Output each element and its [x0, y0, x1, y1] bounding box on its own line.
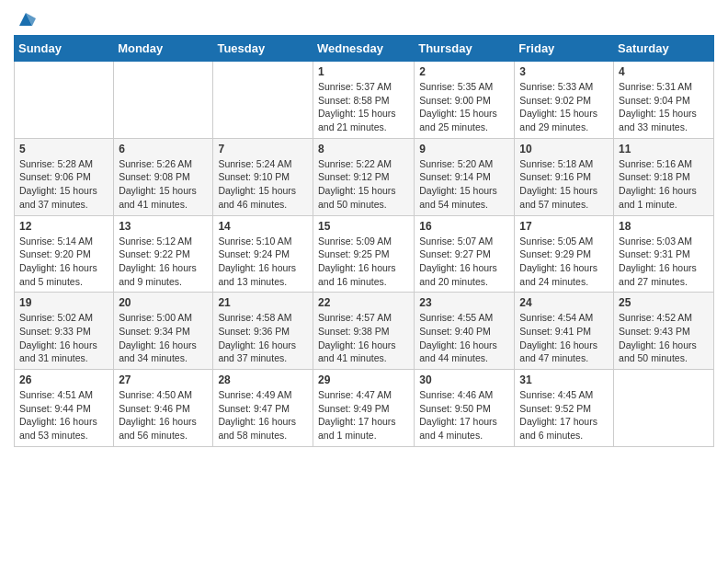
- logo-icon: [16, 9, 36, 29]
- day-number: 24: [519, 296, 609, 309]
- day-number: 3: [519, 65, 609, 78]
- calendar-day-5: 5Sunrise: 5:28 AM Sunset: 9:06 PM Daylig…: [15, 138, 114, 215]
- calendar-day-15: 15Sunrise: 5:09 AM Sunset: 9:25 PM Dayli…: [313, 215, 414, 293]
- calendar-empty-cell: [15, 62, 114, 139]
- calendar-week-row: 12Sunrise: 5:14 AM Sunset: 9:20 PM Dayli…: [15, 215, 714, 293]
- calendar-day-24: 24Sunrise: 4:54 AM Sunset: 9:41 PM Dayli…: [515, 293, 614, 370]
- day-number: 4: [619, 65, 709, 78]
- calendar-day-14: 14Sunrise: 5:10 AM Sunset: 9:24 PM Dayli…: [213, 215, 313, 293]
- day-number: 20: [119, 296, 208, 309]
- day-info: Sunrise: 5:28 AM Sunset: 9:06 PM Dayligh…: [19, 157, 108, 212]
- weekday-header-saturday: Saturday: [614, 36, 714, 62]
- day-info: Sunrise: 4:49 AM Sunset: 9:47 PM Dayligh…: [218, 388, 308, 442]
- day-number: 22: [318, 296, 409, 309]
- day-info: Sunrise: 4:50 AM Sunset: 9:46 PM Dayligh…: [119, 388, 208, 442]
- calendar-day-22: 22Sunrise: 4:57 AM Sunset: 9:38 PM Dayli…: [313, 293, 414, 370]
- calendar-day-8: 8Sunrise: 5:22 AM Sunset: 9:12 PM Daylig…: [313, 138, 414, 215]
- day-info: Sunrise: 4:55 AM Sunset: 9:40 PM Dayligh…: [419, 311, 509, 365]
- day-number: 21: [218, 296, 308, 309]
- calendar-day-26: 26Sunrise: 4:51 AM Sunset: 9:44 PM Dayli…: [15, 370, 114, 447]
- day-info: Sunrise: 5:33 AM Sunset: 9:02 PM Dayligh…: [519, 80, 609, 134]
- day-info: Sunrise: 4:57 AM Sunset: 9:38 PM Dayligh…: [318, 311, 409, 365]
- calendar-day-1: 1Sunrise: 5:37 AM Sunset: 8:58 PM Daylig…: [313, 62, 414, 139]
- day-number: 28: [218, 373, 308, 386]
- calendar-empty-cell: [614, 370, 714, 447]
- day-info: Sunrise: 5:00 AM Sunset: 9:34 PM Dayligh…: [119, 311, 208, 365]
- day-number: 7: [218, 143, 308, 155]
- day-info: Sunrise: 5:20 AM Sunset: 9:14 PM Dayligh…: [419, 157, 509, 212]
- calendar-day-29: 29Sunrise: 4:47 AM Sunset: 9:49 PM Dayli…: [313, 370, 414, 447]
- day-info: Sunrise: 4:52 AM Sunset: 9:43 PM Dayligh…: [619, 311, 709, 365]
- day-info: Sunrise: 4:45 AM Sunset: 9:52 PM Dayligh…: [519, 388, 609, 442]
- day-number: 5: [19, 143, 108, 155]
- calendar-week-row: 5Sunrise: 5:28 AM Sunset: 9:06 PM Daylig…: [15, 138, 714, 215]
- calendar-day-11: 11Sunrise: 5:16 AM Sunset: 9:18 PM Dayli…: [614, 138, 714, 215]
- weekday-header-row: SundayMondayTuesdayWednesdayThursdayFrid…: [15, 36, 714, 62]
- day-info: Sunrise: 5:35 AM Sunset: 9:00 PM Dayligh…: [419, 80, 509, 134]
- day-info: Sunrise: 5:03 AM Sunset: 9:31 PM Dayligh…: [619, 235, 709, 289]
- day-info: Sunrise: 4:58 AM Sunset: 9:36 PM Dayligh…: [218, 311, 308, 365]
- day-number: 13: [119, 220, 208, 233]
- calendar-empty-cell: [114, 62, 213, 139]
- day-number: 8: [318, 143, 409, 155]
- calendar-day-10: 10Sunrise: 5:18 AM Sunset: 9:16 PM Dayli…: [515, 138, 614, 215]
- calendar-day-16: 16Sunrise: 5:07 AM Sunset: 9:27 PM Dayli…: [415, 215, 515, 293]
- day-number: 29: [318, 373, 409, 386]
- day-info: Sunrise: 5:05 AM Sunset: 9:29 PM Dayligh…: [519, 235, 609, 289]
- calendar-day-27: 27Sunrise: 4:50 AM Sunset: 9:46 PM Dayli…: [114, 370, 213, 447]
- day-number: 18: [619, 220, 709, 233]
- calendar-day-13: 13Sunrise: 5:12 AM Sunset: 9:22 PM Dayli…: [114, 215, 213, 293]
- calendar-day-19: 19Sunrise: 5:02 AM Sunset: 9:33 PM Dayli…: [15, 293, 114, 370]
- calendar-day-30: 30Sunrise: 4:46 AM Sunset: 9:50 PM Dayli…: [415, 370, 515, 447]
- weekday-header-monday: Monday: [114, 36, 213, 62]
- day-number: 11: [619, 143, 709, 155]
- day-info: Sunrise: 5:18 AM Sunset: 9:16 PM Dayligh…: [519, 157, 609, 212]
- calendar-table: SundayMondayTuesdayWednesdayThursdayFrid…: [14, 35, 714, 447]
- day-info: Sunrise: 5:24 AM Sunset: 9:10 PM Dayligh…: [218, 157, 308, 212]
- calendar-day-31: 31Sunrise: 4:45 AM Sunset: 9:52 PM Dayli…: [515, 370, 614, 447]
- weekday-header-thursday: Thursday: [415, 36, 515, 62]
- day-info: Sunrise: 5:10 AM Sunset: 9:24 PM Dayligh…: [218, 235, 308, 289]
- day-info: Sunrise: 4:54 AM Sunset: 9:41 PM Dayligh…: [519, 311, 609, 365]
- calendar-day-2: 2Sunrise: 5:35 AM Sunset: 9:00 PM Daylig…: [415, 62, 515, 139]
- calendar-day-28: 28Sunrise: 4:49 AM Sunset: 9:47 PM Dayli…: [213, 370, 313, 447]
- day-number: 31: [519, 373, 609, 386]
- day-info: Sunrise: 4:51 AM Sunset: 9:44 PM Dayligh…: [19, 388, 108, 442]
- page-header: [14, 9, 714, 28]
- calendar-week-row: 26Sunrise: 4:51 AM Sunset: 9:44 PM Dayli…: [15, 370, 714, 447]
- day-info: Sunrise: 5:37 AM Sunset: 8:58 PM Dayligh…: [318, 80, 409, 134]
- calendar-day-9: 9Sunrise: 5:20 AM Sunset: 9:14 PM Daylig…: [415, 138, 515, 215]
- weekday-header-friday: Friday: [515, 36, 614, 62]
- day-info: Sunrise: 4:46 AM Sunset: 9:50 PM Dayligh…: [419, 388, 509, 442]
- day-number: 23: [419, 296, 509, 309]
- day-number: 19: [19, 296, 108, 309]
- calendar-day-17: 17Sunrise: 5:05 AM Sunset: 9:29 PM Dayli…: [515, 215, 614, 293]
- day-number: 26: [19, 373, 108, 386]
- day-number: 9: [419, 143, 509, 155]
- day-number: 6: [119, 143, 208, 155]
- calendar-empty-cell: [213, 62, 313, 139]
- day-number: 15: [318, 220, 409, 233]
- day-info: Sunrise: 5:16 AM Sunset: 9:18 PM Dayligh…: [619, 157, 709, 212]
- day-info: Sunrise: 5:09 AM Sunset: 9:25 PM Dayligh…: [318, 235, 409, 289]
- calendar-day-18: 18Sunrise: 5:03 AM Sunset: 9:31 PM Dayli…: [614, 215, 714, 293]
- day-number: 17: [519, 220, 609, 233]
- day-number: 12: [19, 220, 108, 233]
- calendar-week-row: 1Sunrise: 5:37 AM Sunset: 8:58 PM Daylig…: [15, 62, 714, 139]
- day-info: Sunrise: 5:26 AM Sunset: 9:08 PM Dayligh…: [119, 157, 208, 212]
- calendar-day-21: 21Sunrise: 4:58 AM Sunset: 9:36 PM Dayli…: [213, 293, 313, 370]
- calendar-day-7: 7Sunrise: 5:24 AM Sunset: 9:10 PM Daylig…: [213, 138, 313, 215]
- calendar-day-20: 20Sunrise: 5:00 AM Sunset: 9:34 PM Dayli…: [114, 293, 213, 370]
- calendar-day-4: 4Sunrise: 5:31 AM Sunset: 9:04 PM Daylig…: [614, 62, 714, 139]
- day-info: Sunrise: 5:02 AM Sunset: 9:33 PM Dayligh…: [19, 311, 108, 365]
- day-info: Sunrise: 5:14 AM Sunset: 9:20 PM Dayligh…: [19, 235, 108, 289]
- logo: [14, 9, 36, 28]
- day-number: 16: [419, 220, 509, 233]
- day-info: Sunrise: 5:12 AM Sunset: 9:22 PM Dayligh…: [119, 235, 208, 289]
- day-info: Sunrise: 5:31 AM Sunset: 9:04 PM Dayligh…: [619, 80, 709, 134]
- day-number: 10: [519, 143, 609, 155]
- calendar-day-6: 6Sunrise: 5:26 AM Sunset: 9:08 PM Daylig…: [114, 138, 213, 215]
- day-info: Sunrise: 4:47 AM Sunset: 9:49 PM Dayligh…: [318, 388, 409, 442]
- calendar-day-3: 3Sunrise: 5:33 AM Sunset: 9:02 PM Daylig…: [515, 62, 614, 139]
- calendar-day-23: 23Sunrise: 4:55 AM Sunset: 9:40 PM Dayli…: [415, 293, 515, 370]
